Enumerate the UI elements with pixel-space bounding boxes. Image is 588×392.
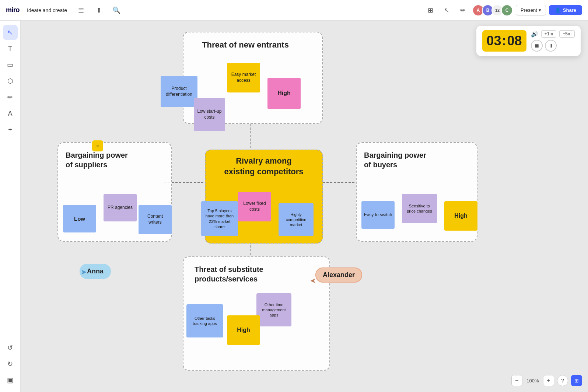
sticky-sensitive[interactable]: Sensitive to price changes	[402, 194, 437, 223]
note-tool-icon: ▭	[7, 61, 13, 69]
timer-widget: 03 : 08 🔊 +1m +5m ⏹ ⏸	[476, 26, 581, 56]
marker-button[interactable]: A	[3, 106, 18, 121]
sticky-high-buyers[interactable]: High	[444, 201, 477, 231]
sticky-top5[interactable]: Top 5 players have more than 23% market …	[201, 201, 238, 236]
timer-top-row: 🔊 +1m +5m	[531, 30, 575, 38]
sticky-lower-fixed[interactable]: Lower fixed costs	[238, 192, 271, 221]
rivalry-title: Rivalry amongexisting competitors	[213, 156, 315, 177]
avatar-3: C	[501, 4, 513, 16]
cursor-button[interactable]: ↖	[440, 4, 453, 17]
timer-minutes: 03	[487, 34, 501, 48]
timer-action-row: ⏹ ⏸	[531, 40, 575, 52]
sticky-high3[interactable]: High	[227, 315, 260, 345]
marker-icon: A	[8, 110, 12, 118]
volume-icon[interactable]: 🔊	[531, 31, 538, 38]
timer-controls: 🔊 +1m +5m ⏹ ⏸	[531, 30, 575, 52]
add-1m-button[interactable]: +1m	[541, 30, 557, 38]
anna-cursor-arrow: ➤	[81, 267, 87, 276]
pen-tool-button[interactable]: ✏	[456, 4, 469, 17]
sticky-low-startup[interactable]: Low start-up costs	[194, 98, 225, 131]
threat-new-entrants-title: Threat of new entrants	[202, 40, 289, 50]
bottom-bar: − 100% + ? ⊞	[511, 375, 582, 386]
sticky-easy-switch[interactable]: Easy to switch	[361, 201, 395, 229]
bargaining-buyers-title: Bargaining powerof buyers	[364, 150, 426, 169]
topbar: miro Ideate and create ☰ ⬆ 🔍 ⊞ ↖ ✏ A B 1…	[0, 0, 588, 21]
add-5m-button[interactable]: +5m	[559, 30, 575, 38]
grid-button[interactable]: ⊞	[571, 375, 582, 386]
panel-icon: ▣	[7, 376, 13, 384]
board-title[interactable]: Ideate and create	[24, 6, 70, 15]
add-icon: +	[8, 126, 12, 134]
app-logo: miro	[6, 6, 20, 14]
sticky-highly-competitive[interactable]: Highly competitive market	[279, 203, 314, 236]
present-button[interactable]: Present ▾	[516, 5, 546, 15]
undo-button[interactable]: ↺	[3, 340, 18, 355]
pen-draw-button[interactable]: ✏	[3, 90, 18, 105]
avatar-group: A B 12 C	[472, 4, 513, 16]
alexander-cursor-label: Alexander	[315, 267, 362, 283]
pen-tool-icon: ✏	[460, 6, 466, 14]
sticky-other-time[interactable]: Other time management apps	[256, 293, 291, 326]
cursor-tool-button[interactable]: ↖	[3, 25, 18, 40]
share-label: Share	[563, 7, 576, 13]
export-icon: ⬆	[96, 6, 102, 14]
canvas[interactable]: Threat of new entrants Product different…	[21, 21, 588, 392]
sidebar: ↖ T ▭ ⬡ ✏ A + ↺ ↻ ▣	[0, 21, 21, 392]
redo-button[interactable]: ↻	[3, 357, 18, 371]
menu-icon: ☰	[78, 6, 84, 14]
zoom-in-button[interactable]: +	[543, 375, 554, 386]
apps-button[interactable]: ⊞	[424, 4, 437, 17]
redo-icon: ↻	[7, 360, 13, 368]
cursor-icon: ↖	[444, 6, 449, 14]
timer-pause-button[interactable]: ⏸	[545, 40, 557, 52]
zoom-level: 100%	[525, 378, 540, 384]
timer-colon: :	[502, 33, 507, 49]
sticky-easy-market[interactable]: Easy market access	[227, 63, 260, 92]
shapes-tool-icon: ⬡	[7, 77, 13, 85]
apps-icon: ⊞	[428, 6, 433, 14]
present-label: Present	[521, 7, 537, 13]
cursor-tool-icon: ↖	[7, 28, 13, 36]
chevron-down-icon: ▾	[539, 7, 541, 13]
share-button[interactable]: 👤 Share	[549, 5, 582, 15]
help-button[interactable]: ?	[557, 375, 568, 386]
sticky-product-diff[interactable]: Product differentiation	[161, 76, 197, 107]
topbar-right: ⊞ ↖ ✏ A B 12 C Present ▾ 👤 Share	[424, 4, 582, 17]
add-button[interactable]: +	[3, 122, 18, 137]
search-icon: 🔍	[112, 6, 120, 14]
sticky-content-writers[interactable]: Content writers	[139, 205, 172, 234]
export-button[interactable]: ⬆	[92, 4, 105, 17]
alexander-cursor-arrow: ➤	[310, 277, 316, 286]
stop-icon: ⏹	[534, 43, 539, 49]
text-tool-icon: T	[8, 45, 12, 53]
text-tool-button[interactable]: T	[3, 41, 18, 56]
sticky-other-tasks[interactable]: Other tasks tracking apps	[186, 304, 223, 337]
undo-icon: ↺	[7, 344, 13, 352]
threat-substitute-title: Threat of substituteproducts/services	[195, 265, 263, 284]
share-people-icon: 👤	[555, 7, 561, 13]
zoom-out-button[interactable]: −	[511, 375, 522, 386]
timer-stop-button[interactable]: ⏹	[531, 40, 543, 52]
panel-button[interactable]: ▣	[3, 373, 18, 388]
timer-seconds: 08	[507, 34, 522, 48]
timer-display: 03 : 08	[482, 30, 526, 52]
sticky-high1[interactable]: High	[267, 78, 301, 109]
note-badge: ≡	[92, 140, 103, 151]
bargaining-suppliers-title: Bargaining powerof suppliers	[66, 150, 128, 169]
menu-button[interactable]: ☰	[74, 4, 88, 17]
sticky-low-suppliers[interactable]: Low	[63, 205, 96, 232]
search-button[interactable]: 🔍	[110, 4, 123, 17]
sticky-pr-agencies[interactable]: PR agencies	[104, 194, 137, 221]
shapes-tool-button[interactable]: ⬡	[3, 74, 18, 88]
pause-icon: ⏸	[548, 43, 553, 49]
note-tool-button[interactable]: ▭	[3, 57, 18, 72]
pen-draw-icon: ✏	[7, 93, 13, 101]
grid-icon: ⊞	[574, 378, 579, 384]
